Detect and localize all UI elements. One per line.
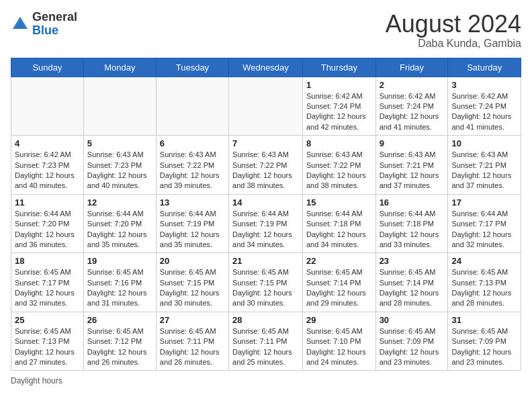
day-number: 12 (87, 197, 152, 208)
day-header-wednesday: Wednesday (229, 58, 303, 77)
day-number: 18 (15, 256, 80, 266)
day-header-saturday: Saturday (448, 58, 521, 77)
logo-general-text: General (32, 11, 77, 24)
calendar-cell: 26Sunrise: 6:45 AM Sunset: 7:12 PM Dayli… (83, 312, 156, 371)
calendar-week-row: 1Sunrise: 6:42 AM Sunset: 7:24 PM Daylig… (11, 77, 521, 136)
calendar-cell: 27Sunrise: 6:45 AM Sunset: 7:11 PM Dayli… (156, 312, 228, 371)
day-number: 16 (380, 197, 445, 208)
day-info: Sunrise: 6:45 AM Sunset: 7:15 PM Dayligh… (232, 267, 299, 309)
calendar-cell: 23Sunrise: 6:45 AM Sunset: 7:14 PM Dayli… (375, 253, 448, 312)
calendar-cell: 10Sunrise: 6:43 AM Sunset: 7:21 PM Dayli… (448, 136, 521, 195)
logo-text: General Blue (32, 11, 77, 38)
day-number: 6 (160, 138, 225, 148)
day-info: Sunrise: 6:45 AM Sunset: 7:09 PM Dayligh… (380, 326, 445, 368)
calendar-cell: 12Sunrise: 6:44 AM Sunset: 7:20 PM Dayli… (83, 194, 156, 253)
day-info: Sunrise: 6:43 AM Sunset: 7:22 PM Dayligh… (160, 150, 225, 191)
calendar-cell: 9Sunrise: 6:43 AM Sunset: 7:21 PM Daylig… (375, 136, 448, 195)
day-number: 3 (451, 80, 517, 90)
calendar-cell: 17Sunrise: 6:44 AM Sunset: 7:17 PM Dayli… (448, 194, 521, 253)
calendar-cell: 3Sunrise: 6:42 AM Sunset: 7:24 PM Daylig… (448, 77, 521, 136)
day-info: Sunrise: 6:44 AM Sunset: 7:19 PM Dayligh… (232, 209, 299, 250)
day-number: 9 (380, 138, 445, 148)
calendar-cell: 8Sunrise: 6:43 AM Sunset: 7:22 PM Daylig… (302, 136, 375, 195)
day-info: Sunrise: 6:45 AM Sunset: 7:14 PM Dayligh… (306, 267, 372, 309)
day-info: Sunrise: 6:42 AM Sunset: 7:24 PM Dayligh… (380, 91, 445, 133)
day-info: Sunrise: 6:45 AM Sunset: 7:13 PM Dayligh… (451, 267, 517, 309)
day-number: 28 (232, 315, 299, 325)
day-info: Sunrise: 6:44 AM Sunset: 7:18 PM Dayligh… (380, 209, 445, 250)
day-header-monday: Monday (83, 58, 156, 77)
day-info: Sunrise: 6:43 AM Sunset: 7:21 PM Dayligh… (380, 150, 445, 191)
calendar-week-row: 4Sunrise: 6:42 AM Sunset: 7:23 PM Daylig… (11, 136, 521, 195)
day-number: 30 (380, 315, 445, 325)
calendar-cell: 4Sunrise: 6:42 AM Sunset: 7:23 PM Daylig… (11, 136, 84, 195)
day-info: Sunrise: 6:42 AM Sunset: 7:24 PM Dayligh… (451, 91, 517, 133)
calendar-cell: 19Sunrise: 6:45 AM Sunset: 7:16 PM Dayli… (83, 253, 156, 312)
day-number: 13 (160, 197, 225, 208)
calendar-cell: 2Sunrise: 6:42 AM Sunset: 7:24 PM Daylig… (375, 77, 448, 136)
calendar-cell: 11Sunrise: 6:44 AM Sunset: 7:20 PM Dayli… (11, 194, 84, 253)
day-number: 22 (306, 256, 372, 266)
location-subtitle: Daba Kunda, Gambia (386, 38, 521, 50)
day-info: Sunrise: 6:45 AM Sunset: 7:15 PM Dayligh… (160, 267, 225, 309)
calendar-cell: 13Sunrise: 6:44 AM Sunset: 7:19 PM Dayli… (156, 194, 228, 253)
calendar-week-row: 11Sunrise: 6:44 AM Sunset: 7:20 PM Dayli… (11, 194, 521, 253)
day-number: 25 (15, 315, 80, 325)
calendar-cell: 18Sunrise: 6:45 AM Sunset: 7:17 PM Dayli… (11, 253, 84, 312)
day-info: Sunrise: 6:45 AM Sunset: 7:10 PM Dayligh… (306, 326, 372, 368)
day-info: Sunrise: 6:45 AM Sunset: 7:16 PM Dayligh… (87, 267, 152, 309)
calendar-cell: 21Sunrise: 6:45 AM Sunset: 7:15 PM Dayli… (229, 253, 303, 312)
day-number: 15 (306, 197, 372, 208)
calendar-cell: 5Sunrise: 6:43 AM Sunset: 7:23 PM Daylig… (83, 136, 156, 195)
month-year-title: August 2024 (386, 11, 521, 38)
calendar-cell: 30Sunrise: 6:45 AM Sunset: 7:09 PM Dayli… (375, 312, 448, 371)
calendar-week-row: 25Sunrise: 6:45 AM Sunset: 7:13 PM Dayli… (11, 312, 521, 371)
calendar-cell: 15Sunrise: 6:44 AM Sunset: 7:18 PM Dayli… (302, 194, 375, 253)
day-number: 5 (87, 138, 152, 148)
logo: General Blue (11, 11, 77, 38)
day-number: 17 (451, 197, 517, 208)
day-header-tuesday: Tuesday (156, 58, 228, 77)
day-number: 2 (380, 80, 445, 90)
calendar-cell: 20Sunrise: 6:45 AM Sunset: 7:15 PM Dayli… (156, 253, 228, 312)
calendar-cell (83, 77, 156, 136)
calendar-cell: 16Sunrise: 6:44 AM Sunset: 7:18 PM Dayli… (375, 194, 448, 253)
day-info: Sunrise: 6:44 AM Sunset: 7:20 PM Dayligh… (15, 209, 80, 250)
calendar-cell: 14Sunrise: 6:44 AM Sunset: 7:19 PM Dayli… (229, 194, 303, 253)
day-info: Sunrise: 6:42 AM Sunset: 7:24 PM Dayligh… (306, 91, 372, 133)
day-info: Sunrise: 6:44 AM Sunset: 7:18 PM Dayligh… (306, 209, 372, 250)
calendar-cell: 29Sunrise: 6:45 AM Sunset: 7:10 PM Dayli… (302, 312, 375, 371)
day-number: 23 (380, 256, 445, 266)
day-number: 21 (232, 256, 299, 266)
day-number: 7 (232, 138, 299, 148)
calendar-cell: 6Sunrise: 6:43 AM Sunset: 7:22 PM Daylig… (156, 136, 228, 195)
calendar-cell: 31Sunrise: 6:45 AM Sunset: 7:09 PM Dayli… (448, 312, 521, 371)
day-number: 29 (306, 315, 372, 325)
day-info: Sunrise: 6:43 AM Sunset: 7:22 PM Dayligh… (306, 150, 372, 191)
day-number: 27 (160, 315, 225, 325)
header: General Blue August 2024 Daba Kunda, Gam… (11, 11, 521, 50)
day-info: Sunrise: 6:43 AM Sunset: 7:23 PM Dayligh… (87, 150, 152, 191)
day-info: Sunrise: 6:45 AM Sunset: 7:11 PM Dayligh… (232, 326, 299, 368)
day-number: 19 (87, 256, 152, 266)
day-info: Sunrise: 6:42 AM Sunset: 7:23 PM Dayligh… (15, 150, 80, 191)
day-number: 26 (87, 315, 152, 325)
day-info: Sunrise: 6:45 AM Sunset: 7:09 PM Dayligh… (451, 326, 517, 368)
calendar-cell: 1Sunrise: 6:42 AM Sunset: 7:24 PM Daylig… (302, 77, 375, 136)
day-info: Sunrise: 6:45 AM Sunset: 7:11 PM Dayligh… (160, 326, 225, 368)
title-area: August 2024 Daba Kunda, Gambia (386, 11, 521, 50)
logo-blue-text: Blue (32, 24, 77, 38)
day-info: Sunrise: 6:44 AM Sunset: 7:20 PM Dayligh… (87, 209, 152, 250)
calendar-week-row: 18Sunrise: 6:45 AM Sunset: 7:17 PM Dayli… (11, 253, 521, 312)
calendar-header-row: SundayMondayTuesdayWednesdayThursdayFrid… (11, 58, 521, 77)
day-info: Sunrise: 6:43 AM Sunset: 7:22 PM Dayligh… (232, 150, 299, 191)
day-info: Sunrise: 6:45 AM Sunset: 7:14 PM Dayligh… (380, 267, 445, 309)
day-number: 11 (15, 197, 80, 208)
day-info: Sunrise: 6:43 AM Sunset: 7:21 PM Dayligh… (451, 150, 517, 191)
day-header-friday: Friday (375, 58, 448, 77)
day-info: Sunrise: 6:44 AM Sunset: 7:19 PM Dayligh… (160, 209, 225, 250)
day-number: 14 (232, 197, 299, 208)
calendar-table: SundayMondayTuesdayWednesdayThursdayFrid… (11, 58, 521, 371)
calendar-cell: 7Sunrise: 6:43 AM Sunset: 7:22 PM Daylig… (229, 136, 303, 195)
calendar-cell (11, 77, 84, 136)
